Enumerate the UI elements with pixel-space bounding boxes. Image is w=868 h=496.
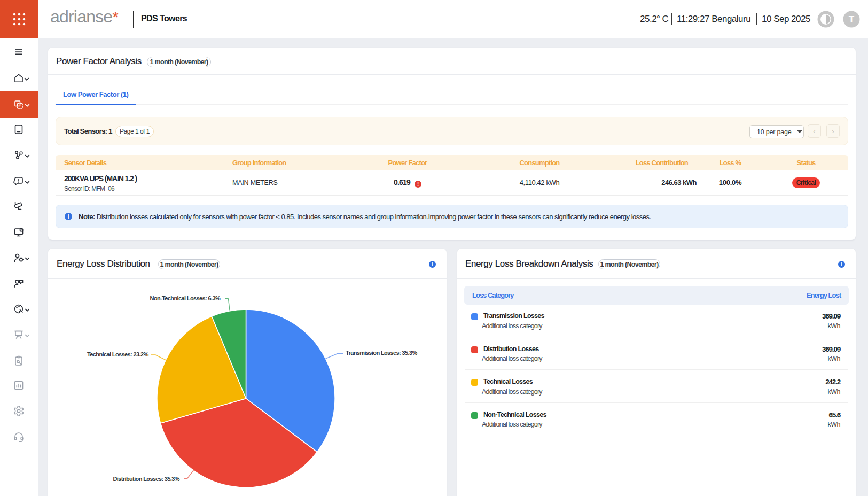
svg-text:T: T: [849, 14, 855, 25]
